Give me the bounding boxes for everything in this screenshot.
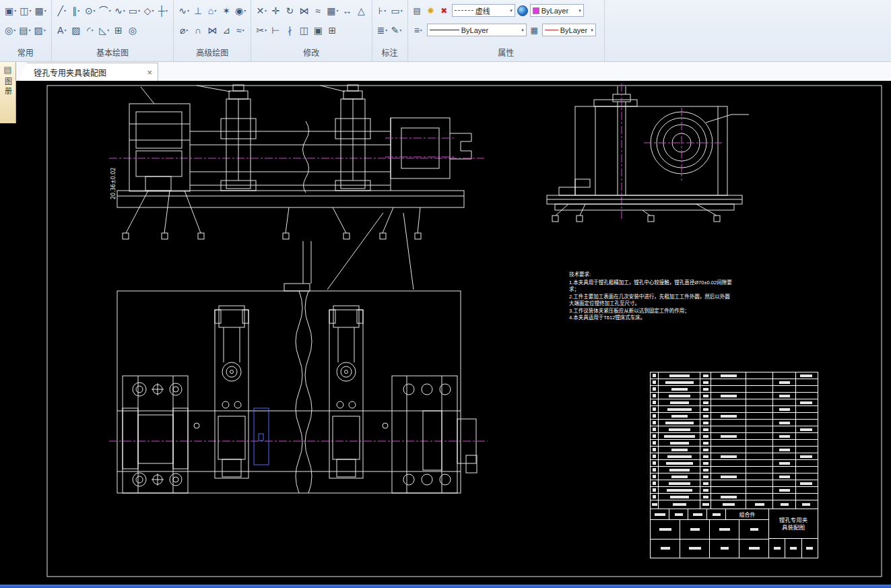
dimension-style-icon[interactable]: ≣▾ (376, 22, 389, 38)
parts-table-row (651, 372, 818, 379)
parts-table-row (651, 406, 818, 413)
hatch-icon[interactable]: ▨ (69, 22, 83, 38)
zoom-icon[interactable]: ◎▾ (3, 22, 17, 38)
perpendicular-icon[interactable]: ⊥ (191, 3, 205, 19)
tab-bar: 镗孔专用夹具装配图 × (16, 62, 891, 81)
rectangle-icon[interactable]: ▭▾ (127, 3, 141, 19)
ribbon-groups: ▣▾◫▾▦▾◎▾▤▾▨▾常用╱▾∥▾⊙▾⌒▾∿▾▭▾◇▾┼▾A▾▨◜▾◺▾⊞◎基… (0, 0, 408, 61)
chevron-down-icon: ▾ (401, 8, 403, 13)
curve-icon[interactable]: ∿▾ (113, 3, 127, 19)
album-icon[interactable]: ▤ (3, 64, 11, 76)
drawing-title: 镗孔专用夹 具装配图 (769, 509, 818, 539)
group-label-0: 常用 (3, 46, 48, 61)
chevron-down-icon: ▾ (336, 8, 338, 13)
erase-icon[interactable]: ✕▾ (255, 3, 268, 19)
chamfer-icon[interactable]: ◺▾ (98, 22, 111, 38)
triangle-icon[interactable]: ⊿ (220, 22, 233, 38)
parts-table-row (651, 399, 818, 406)
parts-table-row (651, 433, 818, 440)
move-icon[interactable]: ✛ (269, 3, 282, 19)
circle-icon[interactable]: ⊙▾ (84, 3, 97, 19)
tech-requirement-line: 2.工件主要加工表面在几次安装中进行，先粗加工工件外圆，然后以外圆 (569, 294, 734, 301)
paste-object-icon[interactable]: ▣ (311, 22, 325, 38)
donut-icon[interactable]: ◎ (126, 22, 139, 38)
bottom-edge (0, 585, 891, 588)
copy-icon[interactable]: ◫▾ (18, 3, 32, 19)
tech-requirement-line: 大端面定位镗终加工孔至尺寸。 (569, 300, 734, 308)
layers-grid-glyph: ▦ (531, 26, 538, 34)
chevron-down-icon: ▾ (28, 28, 30, 32)
stretch-icon[interactable]: ↔ (341, 3, 354, 19)
parallel-line-icon[interactable]: ∥▾ (69, 3, 83, 19)
chevron-down-icon: ▾ (29, 8, 31, 13)
color-value: ByLayer (541, 7, 568, 15)
annotation-box-icon[interactable]: ▭▾ (390, 3, 404, 19)
diameter-icon[interactable]: ⌀▾ (177, 22, 191, 38)
contour-icon[interactable]: ⌂▾ (205, 3, 219, 19)
cad-application: ▣▾◫▾▦▾◎▾▤▾▨▾常用╱▾∥▾⊙▾⌒▾∿▾▭▾◇▾┼▾A▾▨◜▾◺▾⊞◎基… (0, 0, 891, 588)
linetype-value: 虚线 (475, 5, 490, 16)
scale-icon[interactable]: △ (355, 3, 368, 19)
tech-requirement-line: 3.工作议装体夹紧压板应从新以达到固定工件的作用； (569, 308, 734, 315)
parts-table: 组合件 (650, 372, 818, 558)
drawing-canvas[interactable]: 20.36±0.02 (16, 81, 891, 588)
layer-brightness-icon[interactable]: ✺ (425, 3, 436, 19)
trim-icon[interactable]: ✂▾ (255, 22, 268, 38)
dimension-icon[interactable]: ⊦▾ (376, 3, 389, 19)
layer-off-icon[interactable]: ✖ (438, 3, 450, 19)
chevron-down-icon: ▾ (186, 28, 188, 32)
center-line-icon[interactable]: ┼▾ (156, 3, 170, 19)
lineweight-icon[interactable]: ≡ ▾ (411, 22, 425, 38)
tech-title: 技术要求: (569, 271, 734, 279)
album-label: 图册 (3, 77, 13, 96)
fillet-icon[interactable]: ◜▾ (84, 22, 97, 38)
color-wheel-icon[interactable] (517, 5, 528, 16)
chevron-down-icon: ▾ (579, 8, 581, 13)
tech-requirement-line: 4.本夹具适用于T612镗床式车床。 (569, 315, 734, 322)
copy-object-icon[interactable]: ◫ (297, 22, 310, 38)
arc-segment-icon[interactable]: ∩ (191, 22, 205, 38)
color-select[interactable]: ByLayer ▾ (530, 4, 584, 17)
layers-grid-icon[interactable]: ▦ (529, 22, 540, 38)
break-icon[interactable]: ∤ (283, 22, 296, 38)
line-icon[interactable]: ╱▾ (55, 3, 69, 19)
tab-close-icon[interactable]: × (147, 67, 152, 77)
mirror-curve-icon[interactable]: ⋈ (205, 22, 219, 38)
lineweight-select[interactable]: ByLayer ▾ (427, 24, 527, 36)
offset-icon[interactable]: ≈ (311, 3, 325, 19)
parts-table-header (651, 500, 818, 509)
chevron-down-icon: ▾ (385, 28, 387, 32)
linetype-select[interactable]: 虚线 ▾ (452, 4, 515, 17)
edit-annotation-icon[interactable]: ✎▾ (390, 22, 403, 38)
extend-icon[interactable]: ⊢ (269, 22, 282, 38)
arc-icon[interactable]: ⌒▾ (98, 3, 112, 19)
linestyle-select[interactable]: ByLayer ▾ (542, 24, 596, 36)
text-icon[interactable]: A▾ (55, 22, 69, 38)
ribbon: ▣▾◫▾▦▾◎▾▤▾▨▾常用╱▾∥▾⊙▾⌒▾∿▾▭▾◇▾┼▾A▾▨◜▾◺▾⊞◎基… (0, 0, 891, 62)
chevron-down-icon: ▾ (64, 28, 66, 32)
lineweight-sample-icon (430, 30, 459, 30)
selection-highlight[interactable] (254, 408, 269, 465)
bearing-icon[interactable]: ◉▾ (234, 3, 247, 19)
polygon-icon[interactable]: ◇▾ (142, 3, 156, 19)
assembly-label: 组合件 (726, 509, 768, 519)
array-icon[interactable]: ▦▾ (325, 3, 339, 19)
join-icon[interactable]: ⊞ (325, 22, 339, 38)
rotate-icon[interactable]: ↻ (283, 3, 296, 19)
palette-icon[interactable]: ▨▾ (32, 22, 46, 38)
wave-line-icon[interactable]: ≈▾ (234, 22, 247, 38)
grid-icon[interactable]: ⊞ (112, 22, 125, 38)
paste-icon[interactable]: ▣▾ (3, 3, 18, 19)
mirror-icon[interactable]: ⋈ (297, 3, 310, 19)
chevron-down-icon: ▾ (420, 28, 422, 32)
ole-object-icon[interactable]: ▦▾ (34, 3, 48, 19)
parts-table-row (651, 473, 818, 480)
star-icon[interactable]: ✶ (220, 3, 233, 19)
print-icon[interactable]: ▤▾ (18, 22, 32, 38)
chevron-down-icon: ▾ (64, 8, 66, 13)
parts-table-row (651, 480, 818, 487)
drawing-tab[interactable]: 镗孔专用夹具装配图 × (18, 63, 158, 81)
layer-settings-icon[interactable]: ▤ (411, 3, 423, 19)
spline-icon[interactable]: ∿▾ (177, 3, 191, 19)
title-block: 组合件 (651, 509, 818, 558)
